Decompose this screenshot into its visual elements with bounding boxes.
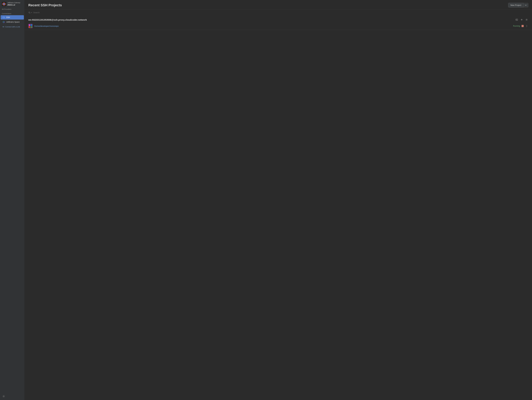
sidebar-item-ssh[interactable]: SSH <box>1 15 24 19</box>
svg-rect-7 <box>4 18 5 18</box>
project-item-left: IJ /home/developer/monorepo <box>28 24 59 28</box>
plus-icon <box>521 19 523 21</box>
svg-point-17 <box>526 19 527 20</box>
status-badge: Running <box>513 25 520 27</box>
connect-link-label: Connect with a Link <box>5 26 20 28</box>
svg-line-12 <box>30 13 30 13</box>
stop-button[interactable] <box>521 25 524 27</box>
svg-rect-23 <box>31 26 32 28</box>
sidebar: JetBrains Gateway 2023.1.2 All Providers… <box>0 0 25 400</box>
svg-point-26 <box>527 26 527 26</box>
new-project-button-group: New Project <box>508 3 528 7</box>
main-content: Recent SSH Projects New Project <box>25 0 532 400</box>
main-header: Recent SSH Projects New Project <box>25 0 532 10</box>
settings-button[interactable] <box>2 394 6 398</box>
project-group: ws-932331191353506@ssh.proxy.cloudcoder.… <box>25 16 532 30</box>
project-item-right: Running <box>513 25 528 28</box>
app-name: JetBrains Gateway <box>7 2 20 4</box>
table-row: IJ /home/developer/monorepo Running <box>25 23 532 30</box>
more-options-button[interactable] <box>525 25 528 28</box>
gear-icon <box>2 395 5 398</box>
svg-point-3 <box>3 3 5 5</box>
app-version: 2023.1.2 <box>7 4 20 6</box>
svg-point-25 <box>527 25 527 25</box>
new-project-dropdown-button[interactable] <box>524 3 528 7</box>
chevron-down-icon <box>525 5 527 6</box>
search-dropdown-chevron <box>31 12 32 13</box>
app-logo <box>2 2 6 6</box>
link-icon <box>2 26 4 28</box>
svg-point-27 <box>527 26 527 27</box>
svg-point-9 <box>3 22 4 22</box>
sidebar-item-space-label: JetBrains Space <box>6 21 19 23</box>
sidebar-item-jetbrains-space[interactable]: JetBrains Space <box>1 20 24 24</box>
search-input[interactable] <box>33 11 79 14</box>
projects-list: ws-932331191353506@ssh.proxy.cloudcoder.… <box>25 15 532 400</box>
all-providers-link[interactable]: All Providers <box>0 8 25 11</box>
search-icon <box>28 12 31 14</box>
sidebar-header: JetBrains Gateway 2023.1.2 <box>0 0 25 8</box>
svg-point-10 <box>3 396 4 397</box>
svg-rect-22 <box>29 26 30 28</box>
search-icon-wrap <box>28 12 32 14</box>
add-project-button[interactable] <box>520 18 523 21</box>
terminal-icon <box>516 19 518 21</box>
svg-marker-5 <box>3 17 4 18</box>
connect-with-link[interactable]: Connect with a Link <box>1 25 24 29</box>
connect-host-button[interactable] <box>515 18 519 21</box>
sidebar-bottom <box>0 393 25 400</box>
new-project-label[interactable]: New Project <box>508 3 524 7</box>
sidebar-title: JetBrains Gateway 2023.1.2 <box>7 2 20 6</box>
more-vertical-icon <box>526 25 528 27</box>
ide-icon: IJ <box>28 24 33 28</box>
project-host-row: ws-932331191353506@ssh.proxy.cloudcoder.… <box>25 16 532 23</box>
host-settings-button[interactable] <box>525 18 528 21</box>
project-host-name: ws-932331191353506@ssh.proxy.cloudcoder.… <box>28 19 87 21</box>
project-host-actions <box>515 18 528 21</box>
settings-icon <box>526 19 528 21</box>
search-container <box>28 11 528 14</box>
page-title: Recent SSH Projects <box>28 3 62 7</box>
jetbrains-space-icon <box>2 21 5 23</box>
sidebar-item-ssh-label: SSH <box>6 16 10 19</box>
project-path[interactable]: /home/developer/monorepo <box>34 25 59 27</box>
svg-text:IJ: IJ <box>29 25 30 26</box>
svg-rect-13 <box>516 19 518 20</box>
connections-section-label: Connections <box>0 11 25 15</box>
svg-rect-21 <box>31 24 32 26</box>
ssh-icon <box>2 16 5 19</box>
search-area <box>25 10 532 15</box>
